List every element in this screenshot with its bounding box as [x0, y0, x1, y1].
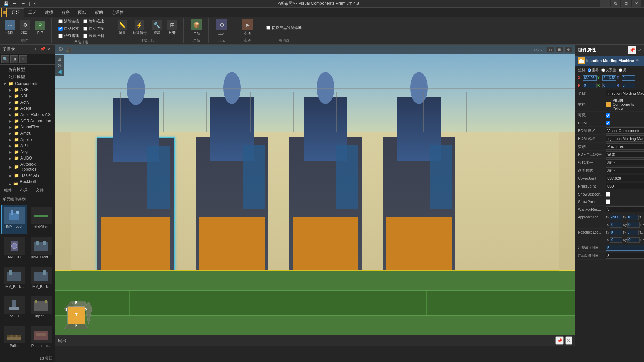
grid-view-btn[interactable]: ⊞ — [10, 55, 18, 63]
radio-parent[interactable]: 父系坐 — [601, 68, 616, 73]
vp-perspective-btn[interactable]: ◻ — [547, 47, 554, 52]
resource-ty-input[interactable] — [627, 230, 639, 235]
tab-help[interactable]: 帮助 — [91, 8, 107, 17]
prop-bom-checkbox[interactable] — [606, 121, 610, 125]
catalog-apt[interactable]: ▶ 📁 APT — [0, 143, 55, 149]
vp-camera-icon[interactable]: 🎥 — [66, 46, 73, 53]
close-output-btn[interactable]: ✕ — [565, 336, 572, 345]
close-btn[interactable]: ✕ — [632, 0, 641, 7]
build-btn[interactable]: 🔧 搭建 — [150, 19, 164, 37]
vp-settings-icon[interactable]: ⚙ — [58, 46, 64, 53]
radio-world[interactable]: 世界 — [588, 68, 599, 73]
check-filter[interactable]: 切换产品过滤诊断 — [265, 24, 304, 32]
rot-ry-input[interactable] — [602, 83, 616, 88]
rot-rx-input[interactable] — [583, 83, 597, 88]
prop-pressjoint-input[interactable] — [606, 183, 644, 189]
sort-btn[interactable]: ≡ — [19, 55, 27, 63]
catalog-ambaflex[interactable]: ▶ 📁 AmbaFlex — [0, 124, 55, 130]
prop-sim-input[interactable] — [606, 159, 644, 165]
catalog-aubo[interactable]: ▶ 📁 AUBO — [0, 155, 55, 161]
thumb-imm-robot[interactable]: IMM_robot — [1, 205, 27, 234]
catalog-beckhoff[interactable]: ▶ 📁 Beckhoff Automation — [0, 179, 55, 185]
prop-bom-name-input[interactable] — [606, 135, 644, 142]
prop-name-input[interactable] — [606, 90, 644, 96]
craft-btn[interactable]: ⚙ 工艺 — [214, 19, 230, 37]
expand-right-btn[interactable]: ⤢ — [638, 46, 641, 54]
check-always-build[interactable]: 始终搭建 — [57, 32, 81, 39]
catalog-components[interactable]: ▼ 📁 Components — [0, 80, 55, 87]
approach-tx-input[interactable] — [610, 215, 622, 220]
close-catalog-btn[interactable]: ✕ — [46, 46, 53, 52]
thumb-parametric[interactable]: Parametric... — [28, 324, 54, 353]
undo-btn[interactable]: ↩ — [11, 0, 18, 7]
catalog-all-models[interactable]: 所有模型 — [0, 66, 55, 73]
check-clear-connect[interactable]: 清除连接 — [57, 18, 81, 25]
component-edit-btn[interactable]: ✏ — [636, 58, 641, 64]
tab-drawing[interactable]: 图纸 — [74, 8, 91, 17]
tab-connectivity[interactable]: 连通性 — [107, 8, 128, 17]
redo-btn[interactable]: ↪ — [19, 0, 26, 7]
navigation-cube[interactable]: B L T R F — [61, 298, 92, 329]
catalog-activ[interactable]: ▶ 📁 Activ — [0, 99, 55, 105]
prop-pdf-input[interactable] — [606, 151, 644, 158]
vp-zoom-btn[interactable]: ⊙ — [564, 47, 572, 52]
save-quick-btn[interactable]: 💾 — [3, 0, 10, 7]
vp-left-btn2[interactable]: ⊙ — [57, 63, 62, 68]
catalog-apollo[interactable]: ▶ 📁 Apollo — [0, 136, 55, 143]
move-btn[interactable]: ✥ 移动 — [18, 19, 32, 37]
thumb-imm-front[interactable]: IMM_Front... — [28, 236, 54, 264]
vp-snap-btn[interactable]: ⊞ — [556, 47, 563, 52]
filter-label[interactable]: 单元组件类别 — [3, 197, 26, 202]
prop-category-input[interactable] — [606, 143, 644, 150]
thumb-arc00[interactable]: ARC_00 — [1, 236, 27, 264]
catalog-autonox[interactable]: ▶ 📁 Autonox Robotics — [0, 161, 55, 172]
align-btn[interactable]: ⊞ 对齐 — [165, 19, 179, 37]
resource-rx-input[interactable] — [610, 237, 622, 243]
tab-program[interactable]: 程序 — [57, 8, 74, 17]
prop-waitforres-input[interactable] — [606, 206, 644, 212]
flow-btn[interactable]: ➤ 流动 — [240, 19, 255, 37]
tab-layout[interactable]: 布局 — [19, 187, 29, 193]
catalog-basler[interactable]: ▶ 📁 Basler AG — [0, 172, 55, 179]
quick-access-arrow[interactable]: ▼ — [33, 2, 36, 6]
check-auto-connect[interactable]: 自动连接 — [82, 25, 105, 32]
signal-btn[interactable]: ⚡ 创建信号 — [131, 19, 149, 37]
catalog-agile[interactable]: ▶ 📁 Agile Robots AG — [0, 112, 55, 118]
catalog-abi[interactable]: ▶ 📁 ABI — [0, 93, 55, 99]
approach-ty-input[interactable] — [627, 215, 639, 220]
catalog-agr[interactable]: ▶ 📁 AGR Automation — [0, 118, 55, 124]
viewport-3d[interactable]: B L T R F ⚙ 🎥 770.0 — [55, 45, 575, 335]
product-btn[interactable]: 📦 产品 — [189, 19, 204, 37]
prop-showpanel-checkbox[interactable] — [606, 199, 610, 204]
approach-rx-input[interactable] — [610, 222, 622, 228]
maximize-btn[interactable]: ⧉ — [611, 0, 620, 7]
prop-bom-desc-input[interactable] — [606, 127, 644, 134]
measure-btn[interactable]: 📏 测量 — [115, 19, 129, 37]
minimize-btn[interactable]: — — [600, 0, 610, 7]
tab-craft[interactable]: 工艺 — [24, 8, 41, 17]
tab-files[interactable]: 文件 — [35, 187, 45, 193]
prop-showbeacon-checkbox[interactable] — [606, 192, 610, 197]
thumb-imm-back2[interactable]: IMM_Back... — [28, 265, 54, 294]
prop-injection-time-input[interactable] — [606, 245, 644, 251]
prop-screen-input[interactable] — [606, 167, 644, 173]
app-icon[interactable]: ⊞ — [1, 8, 7, 17]
tab-components[interactable]: 组件 — [3, 187, 13, 193]
pin-output-btn[interactable]: 📌 — [555, 336, 564, 345]
prop-coverjoint-input[interactable] — [606, 175, 644, 181]
check-set-control[interactable]: 设置控制 — [82, 32, 105, 39]
pin-catalog-btn[interactable]: 📌 — [39, 46, 46, 52]
select-btn[interactable]: ⊹ 选择 — [3, 19, 17, 37]
search-icon-btn[interactable]: 🔍 — [1, 55, 9, 63]
vp-left-btn3[interactable]: ◀ — [58, 69, 62, 74]
resource-tx-input[interactable] — [610, 230, 622, 235]
catalog-asyril[interactable]: ▶ 📁 Asyril — [0, 149, 55, 155]
vp-left-btn1[interactable]: ⊞ — [57, 56, 62, 62]
thumb-injecti[interactable]: Injecti... — [28, 295, 54, 323]
pin-right-btn[interactable]: 📌 — [628, 46, 636, 54]
tab-start[interactable]: 开始 — [7, 8, 24, 17]
radio-local[interactable]: 局 — [619, 68, 626, 73]
thumb-imm-back1[interactable]: IMM_Back... — [1, 265, 27, 294]
check-add-build[interactable]: 增加搭建 — [82, 18, 105, 25]
catalog-public-models[interactable]: 公共模型 — [0, 73, 55, 80]
